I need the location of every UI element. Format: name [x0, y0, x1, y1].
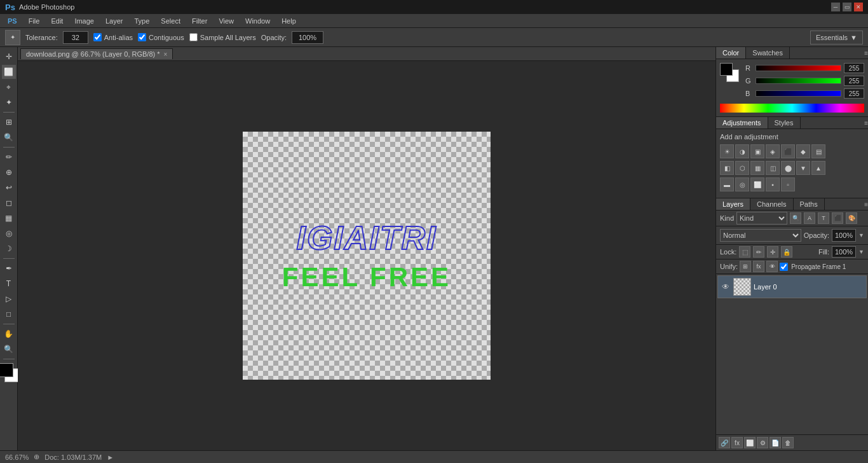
color-fg-box[interactable]: [720, 63, 733, 76]
kind-filter-icon-2[interactable]: A: [804, 212, 815, 224]
lock-position-icon[interactable]: ✛: [767, 246, 778, 258]
lock-all-icon[interactable]: 🔒: [781, 246, 792, 258]
b-value[interactable]: [844, 88, 864, 99]
channel-mixer-adj-icon[interactable]: ▦: [750, 161, 764, 175]
doc-info-arrow[interactable]: ►: [107, 453, 114, 461]
kind-filter-icon-1[interactable]: 🔍: [790, 212, 801, 224]
curves-adj-icon[interactable]: ▣: [750, 144, 764, 158]
document-tab[interactable]: download.png @ 66.7% (Layer 0, RGB/8) * …: [20, 48, 173, 59]
marquee-tool[interactable]: ⬜: [2, 65, 16, 79]
menu-edit[interactable]: Edit: [46, 16, 68, 26]
link-layers-btn[interactable]: 🔗: [719, 437, 730, 448]
kind-filter-icon-5[interactable]: 🎨: [846, 212, 857, 224]
opacity-input[interactable]: [292, 31, 323, 44]
b-slider[interactable]: [756, 90, 841, 97]
layer-visibility-icon[interactable]: 👁: [721, 282, 731, 292]
tab-paths[interactable]: Paths: [794, 198, 825, 210]
tab-channels[interactable]: Channels: [750, 198, 793, 210]
contiguous-checkbox[interactable]: [138, 33, 146, 41]
delete-layer-btn[interactable]: 🗑: [782, 437, 794, 448]
opacity-value-input[interactable]: [832, 229, 856, 242]
layer-effects-btn[interactable]: fx: [731, 437, 743, 448]
menu-ps[interactable]: PS: [3, 16, 22, 26]
color-lookup-adj-icon[interactable]: ◫: [766, 161, 780, 175]
menu-window[interactable]: Window: [240, 16, 275, 26]
levels-adj-icon[interactable]: ◑: [735, 144, 749, 158]
tolerance-input[interactable]: [63, 31, 88, 44]
move-tool[interactable]: ✛: [2, 50, 16, 64]
hand-tool[interactable]: ✋: [2, 327, 16, 341]
type-tool[interactable]: T: [2, 277, 16, 291]
menu-type[interactable]: Type: [130, 16, 155, 26]
crop-tool[interactable]: ⊞: [2, 115, 16, 129]
adj-extra-3[interactable]: ▫: [781, 177, 795, 191]
shape-tool[interactable]: □: [2, 307, 16, 321]
threshold-adj-icon[interactable]: ▲: [811, 161, 825, 175]
tab-color[interactable]: Color: [716, 47, 746, 59]
menu-layer[interactable]: Layer: [100, 16, 128, 26]
blur-tool[interactable]: ◎: [2, 226, 16, 240]
menu-select[interactable]: Select: [156, 16, 186, 26]
color-spectrum-bar[interactable]: [720, 104, 864, 113]
close-button[interactable]: ✕: [854, 3, 863, 11]
photo-filter-adj-icon[interactable]: ⬡: [735, 161, 749, 175]
zoom-tool[interactable]: 🔍: [2, 342, 16, 356]
dodge-tool[interactable]: ☽: [2, 242, 16, 256]
kind-filter-icon-3[interactable]: T: [818, 212, 829, 224]
brightness-adj-icon[interactable]: ☀: [720, 144, 734, 158]
g-value[interactable]: [844, 76, 864, 86]
blend-mode-select[interactable]: Normal: [720, 229, 801, 242]
propagate-frame-checkbox[interactable]: [780, 263, 788, 271]
adj-extra-1[interactable]: ⬜: [750, 177, 764, 191]
brush-tool[interactable]: ✏: [2, 150, 16, 164]
clone-tool[interactable]: ⊕: [2, 165, 16, 179]
history-brush-tool[interactable]: ↩: [2, 181, 16, 195]
anti-alias-checkbox[interactable]: [93, 33, 102, 41]
kind-filter-icon-4[interactable]: ⬛: [832, 212, 843, 224]
gradient-map-adj-icon[interactable]: ▬: [720, 177, 734, 191]
new-layer-btn[interactable]: 📄: [770, 437, 781, 448]
pen-tool[interactable]: ✒: [2, 261, 16, 275]
lock-edit-icon[interactable]: ✏: [753, 246, 764, 258]
adj-extra-2[interactable]: ▪: [766, 177, 780, 191]
g-slider[interactable]: [756, 78, 841, 84]
minimize-button[interactable]: ─: [831, 3, 840, 11]
vibrance-adj-icon[interactable]: ⬛: [781, 144, 795, 158]
unify-visibility-icon[interactable]: 👁: [766, 261, 778, 272]
menu-help[interactable]: Help: [276, 16, 301, 26]
exposure-adj-icon[interactable]: ◈: [766, 144, 780, 158]
eraser-tool[interactable]: ◻: [2, 196, 16, 210]
foreground-background-swatch[interactable]: [0, 363, 18, 382]
posterize-adj-icon[interactable]: ▼: [796, 161, 810, 175]
menu-view[interactable]: View: [214, 16, 239, 26]
restore-button[interactable]: ▭: [843, 3, 851, 11]
document-close-button[interactable]: ×: [164, 51, 168, 58]
tab-layers[interactable]: Layers: [716, 198, 750, 210]
fill-value-input[interactable]: [832, 246, 856, 258]
layer-mask-btn[interactable]: ⬜: [744, 437, 756, 448]
lasso-tool[interactable]: ⌖: [2, 80, 16, 94]
foreground-color-swatch[interactable]: [0, 363, 13, 377]
hue-adj-icon[interactable]: ◆: [796, 144, 810, 158]
selective-color-adj-icon[interactable]: ◎: [735, 177, 749, 191]
tab-adjustments[interactable]: Adjustments: [716, 117, 768, 128]
bw-adj-icon[interactable]: ◧: [720, 161, 734, 175]
eyedropper-tool[interactable]: 🔍: [2, 130, 16, 144]
magic-wand-tool[interactable]: ✦: [2, 95, 16, 109]
unify-position-icon[interactable]: ⊞: [740, 261, 751, 272]
sample-all-layers-checkbox[interactable]: [189, 33, 198, 41]
r-value[interactable]: [844, 63, 864, 73]
tab-styles[interactable]: Styles: [768, 117, 801, 128]
menu-file[interactable]: File: [24, 16, 45, 26]
adjustments-options[interactable]: ≡: [864, 117, 868, 128]
colorbalance-adj-icon[interactable]: ▤: [811, 144, 825, 158]
lock-pixels-icon[interactable]: ⬚: [739, 246, 750, 258]
color-swatch-fg-bg[interactable]: [720, 63, 739, 82]
gradient-tool[interactable]: ▦: [2, 211, 16, 225]
layers-panel-options[interactable]: ≡: [864, 198, 868, 210]
menu-filter[interactable]: Filter: [187, 16, 212, 26]
tab-swatches[interactable]: Swatches: [746, 47, 790, 59]
invert-adj-icon[interactable]: ⬤: [781, 161, 795, 175]
menu-image[interactable]: Image: [69, 16, 99, 26]
essentials-button[interactable]: Essentials ▼: [810, 31, 863, 45]
